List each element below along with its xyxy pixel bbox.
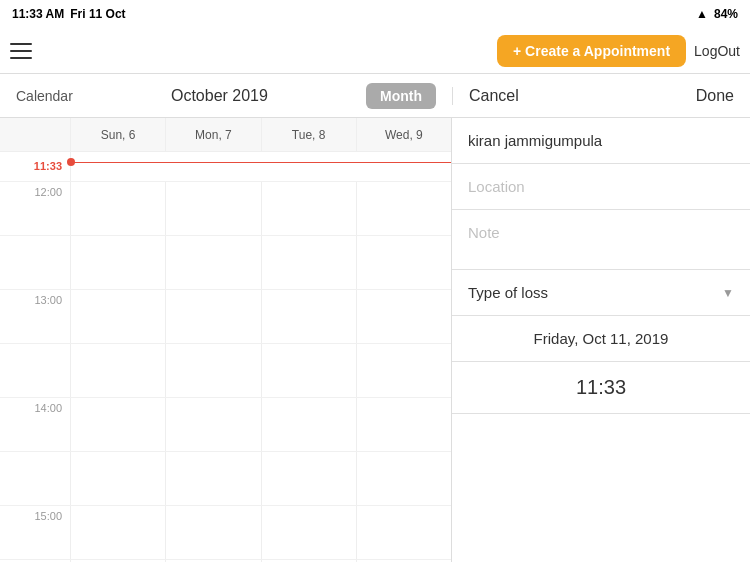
time-label-empty2 xyxy=(0,344,70,397)
name-value: kiran jammigumpula xyxy=(468,132,602,149)
hamburger-line-3 xyxy=(10,57,32,59)
time-cell xyxy=(165,182,260,235)
day-header-wed: Wed, 9 xyxy=(356,118,451,151)
time-cell xyxy=(165,236,260,289)
note-placeholder: Note xyxy=(468,224,500,241)
day-headers: Sun, 6 Mon, 7 Tue, 8 Wed, 9 xyxy=(0,118,451,152)
time-cell xyxy=(356,398,451,451)
calendar-area: Sun, 6 Mon, 7 Tue, 8 Wed, 9 11:33 xyxy=(0,118,452,562)
time-row-empty3 xyxy=(0,452,451,506)
calendar-header-right: Cancel Done xyxy=(452,87,750,105)
day-header-mon: Mon, 7 xyxy=(165,118,260,151)
time-row-1200: 12:00 xyxy=(0,182,451,236)
time-cell xyxy=(70,506,165,559)
hamburger-line-1 xyxy=(10,43,32,45)
day-header-spacer xyxy=(0,118,70,151)
time-cell xyxy=(261,236,356,289)
time-row-empty1 xyxy=(0,236,451,290)
status-day: Fri 11 Oct xyxy=(70,7,125,21)
time-cell xyxy=(165,344,260,397)
time-cell xyxy=(70,398,165,451)
time-label-1200: 12:00 xyxy=(0,182,70,235)
main-layout: Sun, 6 Mon, 7 Tue, 8 Wed, 9 11:33 xyxy=(0,118,750,562)
time-cell xyxy=(261,182,356,235)
time-cell xyxy=(165,506,260,559)
hamburger-button[interactable] xyxy=(10,33,46,69)
time-cell xyxy=(70,344,165,397)
calendar-label: Calendar xyxy=(16,88,73,104)
calendar-header: Calendar October 2019 Month Cancel Done xyxy=(0,74,750,118)
time-grid: 11:33 12:00 xyxy=(0,152,451,562)
cancel-button[interactable]: Cancel xyxy=(469,87,519,105)
time-row-empty2 xyxy=(0,344,451,398)
time-row-current: 11:33 xyxy=(0,152,451,182)
time-cell xyxy=(261,398,356,451)
time-label-empty3 xyxy=(0,452,70,505)
date-field[interactable]: Friday, Oct 11, 2019 xyxy=(452,316,750,362)
time-cell xyxy=(356,236,451,289)
time-cell xyxy=(70,290,165,343)
time-cell xyxy=(165,290,260,343)
wifi-icon: ▲ xyxy=(696,7,708,21)
status-bar-right: ▲ 84% xyxy=(696,7,738,21)
right-panel: kiran jammigumpula Location Note Type of… xyxy=(452,118,750,562)
name-field[interactable]: kiran jammigumpula xyxy=(452,118,750,164)
top-bar-actions: + Create a Appointment LogOut xyxy=(497,35,740,67)
time-cell xyxy=(261,452,356,505)
done-button[interactable]: Done xyxy=(696,87,734,105)
time-cell xyxy=(261,290,356,343)
type-of-loss-field[interactable]: Type of loss ▼ xyxy=(452,270,750,316)
location-field[interactable]: Location xyxy=(452,164,750,210)
day-header-sun: Sun, 6 xyxy=(70,118,165,151)
time-cell xyxy=(70,236,165,289)
current-time-line xyxy=(71,162,451,163)
chevron-down-icon: ▼ xyxy=(722,286,734,300)
time-cell xyxy=(261,506,356,559)
type-of-loss-label: Type of loss xyxy=(468,284,548,301)
time-label-1500: 15:00 xyxy=(0,506,70,559)
time-cell xyxy=(356,182,451,235)
current-time-dot xyxy=(67,158,75,166)
time-field[interactable]: 11:33 xyxy=(452,362,750,414)
time-label-1400: 14:00 xyxy=(0,398,70,451)
status-time: 11:33 AM xyxy=(12,7,64,21)
location-placeholder: Location xyxy=(468,178,525,195)
time-row-1500: 15:00 xyxy=(0,506,451,560)
battery-label: 84% xyxy=(714,7,738,21)
calendar-month-label: October 2019 xyxy=(83,87,356,105)
status-bar: 11:33 AM Fri 11 Oct ▲ 84% xyxy=(0,0,750,28)
time-row-1300: 13:00 xyxy=(0,290,451,344)
time-cell xyxy=(70,182,165,235)
time-row-1400: 14:00 xyxy=(0,398,451,452)
time-cell xyxy=(356,506,451,559)
time-cell xyxy=(70,152,451,181)
time-cell xyxy=(356,290,451,343)
date-value: Friday, Oct 11, 2019 xyxy=(534,330,669,347)
time-label-1300: 13:00 xyxy=(0,290,70,343)
top-bar: + Create a Appointment LogOut xyxy=(0,28,750,74)
time-cell xyxy=(356,452,451,505)
status-bar-left: 11:33 AM Fri 11 Oct xyxy=(12,7,126,21)
note-field[interactable]: Note xyxy=(452,210,750,270)
day-header-tue: Tue, 8 xyxy=(261,118,356,151)
time-cell xyxy=(165,452,260,505)
time-value: 11:33 xyxy=(576,376,626,398)
time-cell xyxy=(70,452,165,505)
time-cell xyxy=(165,398,260,451)
logout-button[interactable]: LogOut xyxy=(694,43,740,59)
current-time-label: 11:33 xyxy=(0,152,70,181)
time-cell xyxy=(356,344,451,397)
time-cell xyxy=(261,344,356,397)
create-appointment-button[interactable]: + Create a Appointment xyxy=(497,35,686,67)
hamburger-line-2 xyxy=(10,50,32,52)
time-label-empty1 xyxy=(0,236,70,289)
month-button[interactable]: Month xyxy=(366,83,436,109)
calendar-header-left: Calendar October 2019 Month xyxy=(0,83,452,109)
